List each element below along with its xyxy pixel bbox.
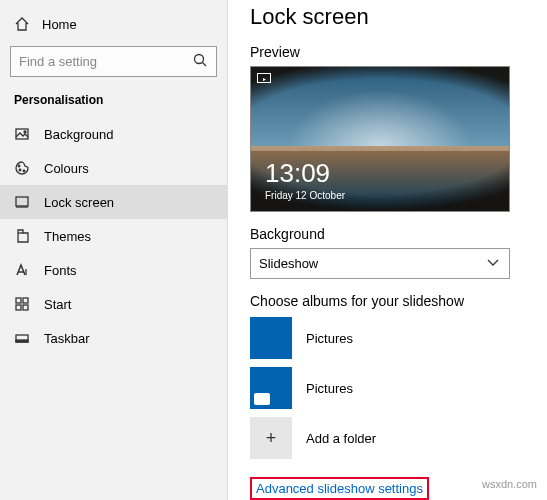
fonts-icon	[14, 262, 30, 278]
search-placeholder: Find a setting	[19, 54, 97, 69]
home-nav[interactable]: Home	[0, 8, 227, 40]
svg-rect-6	[16, 197, 28, 206]
slideshow-icon	[257, 73, 271, 83]
album-item[interactable]: Pictures	[250, 367, 525, 409]
page-title: Lock screen	[250, 4, 525, 30]
sidebar-item-themes[interactable]: Themes	[0, 219, 227, 253]
sidebar-item-taskbar[interactable]: Taskbar	[0, 321, 227, 355]
folder-tile-icon	[250, 367, 292, 409]
background-select[interactable]: Slideshow	[250, 248, 510, 279]
preview-clock: 13:09 Friday 12 October	[265, 158, 345, 201]
item-label: Start	[44, 297, 71, 312]
themes-icon	[14, 228, 30, 244]
preview-date: Friday 12 October	[265, 190, 345, 201]
albums-label: Choose albums for your slideshow	[250, 293, 525, 309]
svg-rect-10	[23, 305, 28, 310]
palette-icon	[14, 160, 30, 176]
sidebar: Home Find a setting Personalisation Back…	[0, 0, 228, 500]
home-label: Home	[42, 17, 77, 32]
chevron-down-icon	[485, 254, 501, 273]
album-label: Pictures	[306, 331, 353, 346]
svg-rect-7	[16, 298, 21, 303]
search-input[interactable]: Find a setting	[10, 46, 217, 77]
add-folder-button[interactable]: + Add a folder	[250, 417, 525, 459]
start-icon	[14, 296, 30, 312]
sidebar-item-start[interactable]: Start	[0, 287, 227, 321]
svg-rect-9	[16, 305, 21, 310]
item-label: Themes	[44, 229, 91, 244]
highlight-box: Advanced slideshow settings	[250, 477, 429, 500]
lock-screen-icon	[14, 194, 30, 210]
lock-screen-preview: 13:09 Friday 12 October	[250, 66, 510, 212]
main-content: Lock screen Preview 13:09 Friday 12 Octo…	[228, 0, 547, 500]
item-label: Lock screen	[44, 195, 114, 210]
home-icon	[14, 16, 30, 32]
sidebar-item-lock-screen[interactable]: Lock screen	[0, 185, 227, 219]
select-value: Slideshow	[259, 256, 318, 271]
category-header: Personalisation	[0, 87, 227, 117]
add-folder-label: Add a folder	[306, 431, 376, 446]
watermark: wsxdn.com	[482, 478, 537, 490]
item-label: Fonts	[44, 263, 77, 278]
item-label: Colours	[44, 161, 89, 176]
svg-point-2	[24, 131, 26, 133]
svg-rect-12	[16, 340, 28, 342]
svg-point-0	[195, 55, 204, 64]
advanced-slideshow-link[interactable]: Advanced slideshow settings	[256, 481, 423, 496]
item-label: Background	[44, 127, 113, 142]
taskbar-icon	[14, 330, 30, 346]
svg-point-4	[19, 169, 21, 171]
preview-label: Preview	[250, 44, 525, 60]
preview-time: 13:09	[265, 158, 345, 189]
svg-rect-8	[23, 298, 28, 303]
svg-rect-1	[16, 129, 28, 139]
svg-point-3	[18, 165, 20, 167]
sidebar-item-background[interactable]: Background	[0, 117, 227, 151]
folder-tile-icon	[250, 317, 292, 359]
background-label: Background	[250, 226, 525, 242]
album-item[interactable]: Pictures	[250, 317, 525, 359]
sidebar-item-colours[interactable]: Colours	[0, 151, 227, 185]
image-icon	[14, 126, 30, 142]
plus-icon: +	[250, 417, 292, 459]
search-icon	[192, 52, 208, 71]
sidebar-item-fonts[interactable]: Fonts	[0, 253, 227, 287]
svg-point-5	[23, 170, 25, 172]
item-label: Taskbar	[44, 331, 90, 346]
album-label: Pictures	[306, 381, 353, 396]
